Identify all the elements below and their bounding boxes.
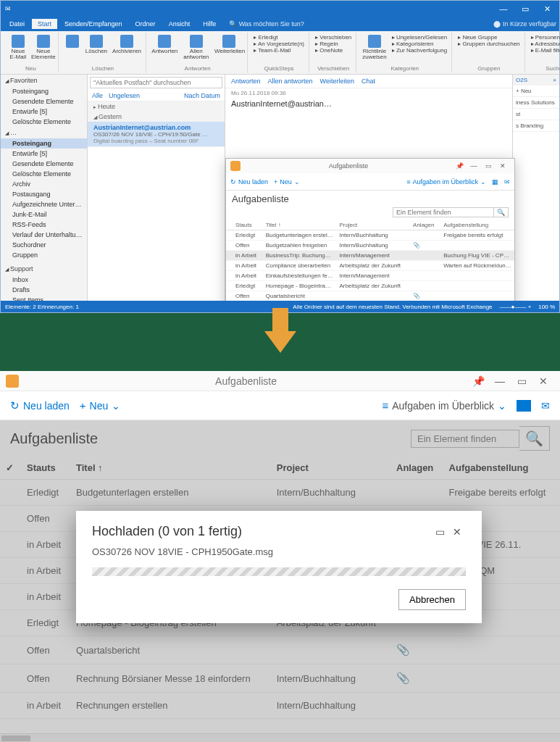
ribbon-button[interactable]: Archivieren xyxy=(111,34,143,55)
tile-icon[interactable]: ▦ xyxy=(492,178,498,186)
ribbon-item[interactable]: ▸ E-Mail filtern xyxy=(530,47,560,54)
ribbon-button[interactable]: Weiterleiten xyxy=(214,34,244,55)
ribbon-item[interactable]: ▸ Neue Gruppe xyxy=(456,34,521,41)
ribbon-button[interactable]: Neue Elemente xyxy=(32,34,55,61)
o2s-new-button[interactable]: + Neu xyxy=(513,86,559,97)
ribbon-item[interactable]: ▸ Personen suchen xyxy=(530,34,560,41)
maximize-button[interactable]: ▭ xyxy=(517,4,533,14)
reply-all-button[interactable]: Allen antworten xyxy=(268,78,313,85)
folder-item[interactable]: Inbox xyxy=(1,275,87,285)
mail-icon[interactable]: ✉ xyxy=(541,400,550,412)
o2s-item[interactable]: iness Solutions xyxy=(513,97,559,109)
ribbon-tab[interactable]: Senden/Empfangen xyxy=(59,19,128,29)
close-button[interactable]: ✕ xyxy=(539,4,555,14)
table-row[interactable]: OffenQuartalsbericht📎 xyxy=(226,291,514,301)
column-header[interactable]: Aufgabenstellung xyxy=(440,220,514,230)
folder-item[interactable]: Aufgezeichnete Unterha… xyxy=(1,199,87,209)
close-button[interactable]: ✕ xyxy=(532,375,554,387)
column-header[interactable]: Anlagen xyxy=(410,220,440,230)
ribbon-button[interactable]: Richtlinie zuweisen xyxy=(361,34,388,61)
folder-item[interactable]: RSS-Feeds xyxy=(1,220,87,230)
ribbon-button[interactable]: Neue E-Mail xyxy=(7,34,30,61)
ribbon-item[interactable]: ▸ Zur Nachverfolgung xyxy=(390,47,449,54)
ribbon-item[interactable]: ▸ Kategorisieren xyxy=(390,41,449,47)
ribbon-button[interactable]: Antworten xyxy=(151,34,179,55)
filter-unread[interactable]: Ungelesen xyxy=(109,92,140,99)
folder-item[interactable]: Posteingang xyxy=(1,138,87,149)
ribbon-item[interactable]: ▸ Gruppen durchsuchen xyxy=(456,41,521,47)
account-header[interactable]: … xyxy=(1,127,87,138)
maximize-icon[interactable]: ▭ xyxy=(481,162,496,170)
reply-button[interactable]: Antworten xyxy=(231,78,261,85)
folder-item[interactable]: Gelöschte Elemente xyxy=(1,169,87,179)
ribbon-item[interactable]: ▸ Team-E-Mail xyxy=(252,47,306,54)
task-search-input[interactable] xyxy=(393,207,494,217)
date-group[interactable]: Gestern xyxy=(88,112,225,122)
view-dropdown[interactable]: ≡Aufgaben im Überblick ⌄ xyxy=(382,399,506,412)
new-button[interactable]: + Neu ⌄ xyxy=(274,178,300,186)
folder-item[interactable]: Archiv xyxy=(1,179,87,189)
folder-item[interactable]: Gesendete Elemente xyxy=(1,159,87,169)
folder-item[interactable]: Gelöschte Elemente xyxy=(1,117,87,127)
minimize-button[interactable]: — xyxy=(496,4,511,13)
folder-item[interactable]: Entwürfe [5] xyxy=(1,107,87,117)
table-row[interactable]: OffenBudgetzahlen freigebenIntern/Buchha… xyxy=(226,241,514,251)
ribbon-tab[interactable]: Ansicht xyxy=(163,19,196,29)
table-row[interactable]: ErledigtHomepage - Blogeintrag erstellen… xyxy=(226,281,514,291)
pin-icon[interactable]: 📌 xyxy=(452,162,467,170)
folder-item[interactable]: Gesendete Elemente xyxy=(1,96,87,107)
ribbon-item[interactable]: ▸ OneNote xyxy=(314,47,353,54)
message-item[interactable]: AustrianInternet@austrian.comOS307/26 NO… xyxy=(88,122,225,147)
pin-icon[interactable]: 📌 xyxy=(467,375,489,387)
filter-all[interactable]: Alle xyxy=(92,92,103,99)
ribbon-item[interactable]: ▸ Verschieben xyxy=(314,34,353,41)
o2s-item[interactable]: s Branding xyxy=(513,120,559,132)
reload-button[interactable]: ↻Neu laden xyxy=(10,399,70,412)
folder-item[interactable]: Entwürfe [5] xyxy=(1,149,87,159)
ribbon-button[interactable]: Löschen xyxy=(84,34,109,55)
column-header[interactable] xyxy=(226,220,233,230)
dialog-close-icon[interactable]: ✕ xyxy=(448,526,466,538)
column-header[interactable]: Titel ↑ xyxy=(263,220,337,230)
column-header[interactable]: Stauts xyxy=(233,220,263,230)
tile-view-icon[interactable] xyxy=(517,400,531,412)
close-icon[interactable]: ✕ xyxy=(496,162,510,170)
folder-item[interactable]: Gruppen xyxy=(1,250,87,260)
folder-item[interactable]: Sent Items xyxy=(1,295,87,301)
ribbon-button[interactable]: Allen antworten xyxy=(181,34,212,61)
folder-item[interactable]: Drafts xyxy=(1,285,87,295)
date-group[interactable]: Heute xyxy=(88,101,225,112)
tell-me-search[interactable]: 🔍 Was möchten Sie tun? xyxy=(229,20,304,28)
minimize-icon[interactable]: — xyxy=(467,162,481,170)
sort-dropdown[interactable]: Nach Datum xyxy=(184,92,220,99)
search-icon[interactable]: 🔍 xyxy=(494,207,509,217)
o2s-item[interactable]: st xyxy=(513,109,559,120)
ribbon-item[interactable]: ▸ Erledigt xyxy=(252,34,306,41)
favorites-header[interactable]: Favoriten xyxy=(1,75,87,86)
zoom-slider[interactable]: ——●—— + xyxy=(500,304,532,310)
table-row[interactable]: in ArbeitEinkaufsbestellungen fertigstel… xyxy=(226,271,514,281)
o2s-close-icon[interactable]: × xyxy=(553,77,556,83)
table-row[interactable]: in ArbeitCompliance überarbeitenArbeitsp… xyxy=(226,261,514,271)
new-button[interactable]: +Neu ⌄ xyxy=(80,399,120,412)
minimize-button[interactable]: — xyxy=(489,375,511,387)
reload-button[interactable]: ↻ Neu laden xyxy=(230,178,268,186)
ribbon-tab[interactable]: Datei xyxy=(4,19,30,29)
support-header[interactable]: Support xyxy=(1,263,87,275)
view-dropdown[interactable]: ≡ Aufgaben im Überblick ⌄ xyxy=(406,178,486,186)
cancel-button[interactable]: Abbrechen xyxy=(398,589,466,610)
folder-item[interactable]: Postausgang xyxy=(1,189,87,199)
forward-button[interactable]: Weiterleiten xyxy=(320,78,354,85)
folder-item[interactable]: Posteingang xyxy=(1,86,87,96)
mail-icon[interactable]: ✉ xyxy=(504,178,510,186)
table-row[interactable]: in ArbeitBusinessTrip: Buchungen veranla… xyxy=(226,251,514,261)
column-header[interactable]: Project xyxy=(336,220,410,230)
maximize-button[interactable]: ▭ xyxy=(511,375,532,387)
folder-item[interactable]: Junk-E-Mail xyxy=(1,209,87,220)
ribbon-item[interactable]: ▸ Ungelesen/Gelesen xyxy=(390,34,449,41)
ribbon-tab[interactable]: Hilfe xyxy=(197,19,222,29)
ribbon-tab[interactable]: Start xyxy=(32,19,57,29)
ribbon-item[interactable]: ▸ Regeln xyxy=(314,41,353,47)
ribbon-item[interactable]: ▸ An Vorgesetzte(n) xyxy=(252,41,306,47)
chat-button[interactable]: Chat xyxy=(362,78,375,85)
